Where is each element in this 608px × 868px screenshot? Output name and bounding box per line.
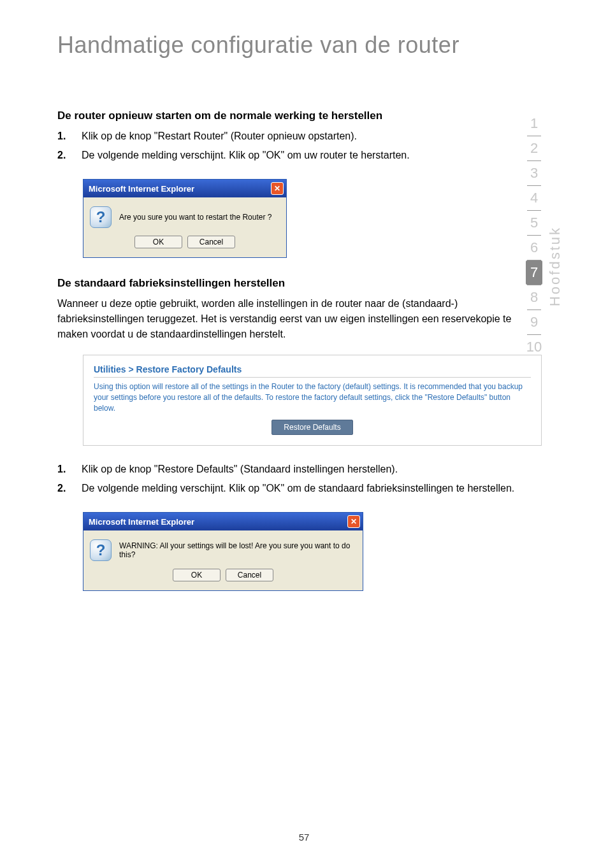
question-icon: ? [90, 539, 112, 561]
chapter-link-7-active[interactable]: 7 [526, 260, 542, 285]
dialog-message: Are you sure you want to restart the Rou… [119, 213, 271, 222]
section3-steps: 1.Klik op de knop "Restore Defaults" (St… [57, 462, 525, 496]
chapter-link-10[interactable]: 10 [526, 335, 542, 359]
dialog-message: WARNING: All your settings will be lost!… [119, 541, 356, 559]
list-item: 1.Klik op de knop "Restore Defaults" (St… [57, 462, 525, 477]
dialog-titlebar: Microsoft Internet Explorer ✕ [83, 513, 363, 530]
chapter-link-4[interactable]: 4 [530, 186, 538, 210]
cancel-button[interactable]: Cancel [187, 236, 235, 248]
restore-defaults-button[interactable]: Restore Defaults [271, 420, 352, 435]
panel-description: Using this option will restore all of th… [94, 377, 531, 413]
section1-title: De router opnieuw starten om de normale … [57, 110, 525, 122]
dialog-title: Microsoft Internet Explorer [89, 184, 194, 194]
chapter-sidenav: 1 2 3 4 5 6 7 8 9 10 Hoofdstuk [525, 111, 563, 359]
restore-defaults-panel: Utilities > Restore Factory Defaults Usi… [83, 355, 542, 446]
page-title: Handmatige configuratie van de router [0, 0, 608, 59]
chapter-link-6[interactable]: 6 [530, 236, 538, 260]
dialog-buttons: OK Cancel [83, 566, 363, 590]
close-icon[interactable]: ✕ [347, 515, 360, 528]
step-number: 2. [57, 148, 82, 163]
chapter-link-3[interactable]: 3 [530, 161, 538, 185]
ok-button[interactable]: OK [173, 569, 221, 581]
chapter-link-8[interactable]: 8 [530, 285, 538, 309]
step-number: 1. [57, 462, 82, 477]
restart-dialog-screenshot: Microsoft Internet Explorer ✕ ? Are you … [83, 179, 525, 258]
main-content: De router opnieuw starten om de normale … [0, 59, 608, 591]
section2-title: De standaard fabrieksinstellingen herste… [57, 277, 525, 290]
page-number: 57 [0, 832, 608, 843]
chapter-link-2[interactable]: 2 [530, 136, 538, 160]
question-icon: ? [90, 206, 112, 228]
breadcrumb: Utilities > Restore Factory Defaults [94, 364, 531, 374]
sidenav-label: Hoofdstuk [547, 226, 563, 306]
dialog-window: Microsoft Internet Explorer ✕ ? WARNING:… [83, 512, 363, 591]
ok-button[interactable]: OK [134, 236, 182, 248]
step-number: 1. [57, 129, 82, 144]
restore-confirm-dialog-screenshot: Microsoft Internet Explorer ✕ ? WARNING:… [83, 512, 525, 591]
step-text: De volgende melding verschijnt. Klik op … [82, 148, 525, 163]
step-number: 2. [57, 481, 82, 496]
dialog-window: Microsoft Internet Explorer ✕ ? Are you … [83, 179, 287, 258]
dialog-title: Microsoft Internet Explorer [89, 517, 194, 527]
close-icon[interactable]: ✕ [271, 182, 284, 195]
list-item: 2.De volgende melding verschijnt. Klik o… [57, 148, 525, 163]
chapter-numbers: 1 2 3 4 5 6 7 8 9 10 [525, 111, 543, 359]
step-text: Klik op de knop "Restart Router" (Router… [82, 129, 525, 144]
chapter-link-1[interactable]: 1 [530, 111, 538, 136]
panel-button-row: Restore Defaults [94, 420, 531, 435]
section1-steps: 1.Klik op de knop "Restart Router" (Rout… [57, 129, 525, 163]
dialog-buttons: OK Cancel [83, 233, 286, 257]
chapter-link-5[interactable]: 5 [530, 211, 538, 235]
dialog-body: ? WARNING: All your settings will be los… [83, 530, 363, 566]
list-item: 2.De volgende melding verschijnt. Klik o… [57, 481, 525, 496]
dialog-titlebar: Microsoft Internet Explorer ✕ [83, 180, 286, 197]
cancel-button[interactable]: Cancel [226, 569, 273, 581]
step-text: De volgende melding verschijnt. Klik op … [82, 481, 525, 496]
chapter-link-9[interactable]: 9 [530, 310, 538, 334]
list-item: 1.Klik op de knop "Restart Router" (Rout… [57, 129, 525, 144]
section2-paragraph: Wanneer u deze optie gebruikt, worden al… [57, 296, 525, 342]
step-text: Klik op de knop "Restore Defaults" (Stan… [82, 462, 525, 477]
dialog-body: ? Are you sure you want to restart the R… [83, 197, 286, 233]
